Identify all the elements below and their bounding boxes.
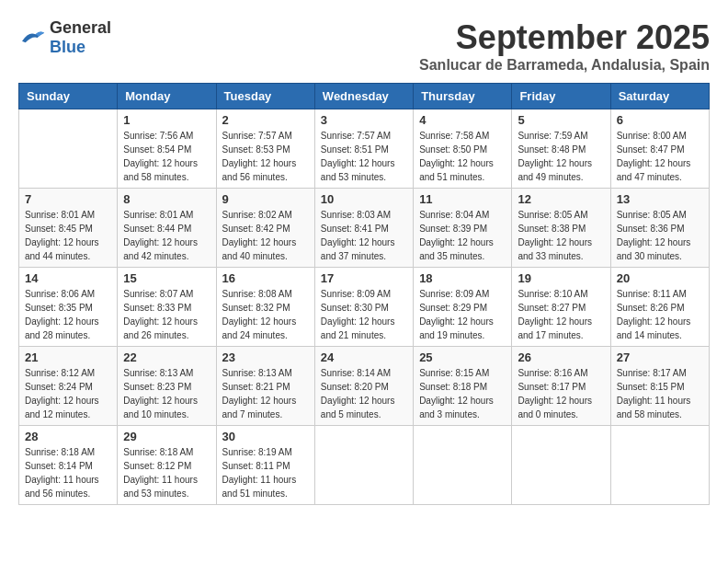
day-info: Sunrise: 7:59 AM Sunset: 8:48 PM Dayligh…: [518, 129, 604, 184]
day-number: 28: [25, 430, 111, 443]
day-number: 26: [518, 350, 604, 364]
calendar-cell: 26Sunrise: 8:16 AM Sunset: 8:17 PM Dayli…: [512, 347, 610, 426]
day-number: 21: [25, 350, 111, 364]
header-friday: Friday: [512, 84, 610, 109]
day-info: Sunrise: 8:13 AM Sunset: 8:23 PM Dayligh…: [123, 366, 210, 421]
calendar-cell: [414, 426, 512, 505]
day-number: 24: [321, 350, 407, 364]
day-info: Sunrise: 8:13 AM Sunset: 8:21 PM Dayligh…: [222, 366, 309, 421]
logo-blue: Blue: [50, 38, 85, 56]
logo-general: General: [50, 18, 111, 37]
calendar-cell: 29Sunrise: 8:18 AM Sunset: 8:12 PM Dayli…: [118, 426, 216, 505]
day-info: Sunrise: 7:57 AM Sunset: 8:53 PM Dayligh…: [222, 129, 309, 184]
logo-bird-icon: [18, 28, 46, 48]
day-number: 3: [321, 113, 407, 127]
day-info: Sunrise: 8:02 AM Sunset: 8:42 PM Dayligh…: [222, 208, 309, 263]
header-thursday: Thursday: [414, 84, 512, 109]
day-number: 19: [518, 271, 604, 285]
week-row-5: 28Sunrise: 8:18 AM Sunset: 8:14 PM Dayli…: [19, 426, 710, 505]
calendar-cell: 23Sunrise: 8:13 AM Sunset: 8:21 PM Dayli…: [216, 347, 314, 426]
calendar-cell: 19Sunrise: 8:10 AM Sunset: 8:27 PM Dayli…: [512, 268, 610, 347]
day-info: Sunrise: 8:05 AM Sunset: 8:36 PM Dayligh…: [617, 208, 703, 263]
day-number: 30: [222, 430, 309, 443]
day-info: Sunrise: 8:01 AM Sunset: 8:45 PM Dayligh…: [25, 208, 111, 263]
day-info: Sunrise: 8:08 AM Sunset: 8:32 PM Dayligh…: [222, 287, 309, 342]
day-info: Sunrise: 8:01 AM Sunset: 8:44 PM Dayligh…: [123, 208, 210, 263]
calendar-cell: 14Sunrise: 8:06 AM Sunset: 8:35 PM Dayli…: [19, 268, 118, 347]
day-info: Sunrise: 8:05 AM Sunset: 8:38 PM Dayligh…: [518, 208, 604, 263]
calendar-cell: 27Sunrise: 8:17 AM Sunset: 8:15 PM Dayli…: [610, 347, 709, 426]
week-row-3: 14Sunrise: 8:06 AM Sunset: 8:35 PM Dayli…: [19, 268, 710, 347]
header-tuesday: Tuesday: [216, 84, 314, 109]
header-wednesday: Wednesday: [314, 84, 413, 109]
calendar-cell: 1Sunrise: 7:56 AM Sunset: 8:54 PM Daylig…: [118, 109, 216, 189]
day-number: 5: [518, 113, 604, 127]
day-info: Sunrise: 8:14 AM Sunset: 8:20 PM Dayligh…: [321, 366, 407, 421]
day-info: Sunrise: 8:00 AM Sunset: 8:47 PM Dayligh…: [617, 129, 703, 184]
calendar-cell: 4Sunrise: 7:58 AM Sunset: 8:50 PM Daylig…: [414, 109, 512, 189]
calendar-cell: 20Sunrise: 8:11 AM Sunset: 8:26 PM Dayli…: [610, 268, 709, 347]
calendar-cell: 2Sunrise: 7:57 AM Sunset: 8:53 PM Daylig…: [216, 109, 314, 189]
day-number: 29: [123, 430, 210, 443]
week-row-2: 7Sunrise: 8:01 AM Sunset: 8:45 PM Daylig…: [19, 189, 710, 268]
calendar-cell: 9Sunrise: 8:02 AM Sunset: 8:42 PM Daylig…: [216, 189, 314, 268]
day-number: 7: [25, 192, 111, 206]
day-number: 27: [617, 350, 703, 364]
location-subtitle: Sanlucar de Barrameda, Andalusia, Spain: [419, 57, 710, 74]
day-number: 2: [222, 113, 309, 127]
calendar-cell: 16Sunrise: 8:08 AM Sunset: 8:32 PM Dayli…: [216, 268, 314, 347]
day-number: 9: [222, 192, 309, 206]
calendar-cell: 12Sunrise: 8:05 AM Sunset: 8:38 PM Dayli…: [512, 189, 610, 268]
calendar-cell: 15Sunrise: 8:07 AM Sunset: 8:33 PM Dayli…: [118, 268, 216, 347]
day-info: Sunrise: 8:06 AM Sunset: 8:35 PM Dayligh…: [25, 287, 111, 342]
day-info: Sunrise: 8:11 AM Sunset: 8:26 PM Dayligh…: [617, 287, 703, 342]
calendar-cell: 6Sunrise: 8:00 AM Sunset: 8:47 PM Daylig…: [610, 109, 709, 189]
day-number: 4: [419, 113, 506, 127]
day-number: 23: [222, 350, 309, 364]
month-title: September 2025: [419, 18, 710, 57]
day-number: 12: [518, 192, 604, 206]
day-info: Sunrise: 8:17 AM Sunset: 8:15 PM Dayligh…: [617, 366, 703, 421]
day-number: 18: [419, 271, 506, 285]
day-info: Sunrise: 8:10 AM Sunset: 8:27 PM Dayligh…: [518, 287, 604, 342]
calendar-cell: 25Sunrise: 8:15 AM Sunset: 8:18 PM Dayli…: [414, 347, 512, 426]
calendar-cell: 13Sunrise: 8:05 AM Sunset: 8:36 PM Dayli…: [610, 189, 709, 268]
day-info: Sunrise: 8:04 AM Sunset: 8:39 PM Dayligh…: [419, 208, 506, 263]
day-number: 6: [617, 113, 703, 127]
day-info: Sunrise: 8:09 AM Sunset: 8:30 PM Dayligh…: [321, 287, 407, 342]
calendar-cell: 11Sunrise: 8:04 AM Sunset: 8:39 PM Dayli…: [414, 189, 512, 268]
day-info: Sunrise: 8:18 AM Sunset: 8:12 PM Dayligh…: [123, 445, 210, 500]
day-info: Sunrise: 8:03 AM Sunset: 8:41 PM Dayligh…: [321, 208, 407, 263]
calendar-cell: 10Sunrise: 8:03 AM Sunset: 8:41 PM Dayli…: [314, 189, 413, 268]
day-info: Sunrise: 7:57 AM Sunset: 8:51 PM Dayligh…: [321, 129, 407, 184]
day-info: Sunrise: 8:15 AM Sunset: 8:18 PM Dayligh…: [419, 366, 506, 421]
title-section: September 2025 Sanlucar de Barrameda, An…: [419, 18, 710, 74]
calendar-cell: [512, 426, 610, 505]
day-info: Sunrise: 8:19 AM Sunset: 8:11 PM Dayligh…: [222, 445, 309, 500]
calendar-cell: 3Sunrise: 7:57 AM Sunset: 8:51 PM Daylig…: [314, 109, 413, 189]
day-number: 10: [321, 192, 407, 206]
day-number: 11: [419, 192, 506, 206]
calendar-cell: 18Sunrise: 8:09 AM Sunset: 8:29 PM Dayli…: [414, 268, 512, 347]
calendar-cell: 24Sunrise: 8:14 AM Sunset: 8:20 PM Dayli…: [314, 347, 413, 426]
day-number: 17: [321, 271, 407, 285]
header-saturday: Saturday: [610, 84, 709, 109]
day-number: 13: [617, 192, 703, 206]
day-number: 8: [123, 192, 210, 206]
calendar-cell: 5Sunrise: 7:59 AM Sunset: 8:48 PM Daylig…: [512, 109, 610, 189]
day-info: Sunrise: 8:09 AM Sunset: 8:29 PM Dayligh…: [419, 287, 506, 342]
header-sunday: Sunday: [19, 84, 118, 109]
day-number: 20: [617, 271, 703, 285]
day-number: 22: [123, 350, 210, 364]
day-number: 14: [25, 271, 111, 285]
day-number: 1: [123, 113, 210, 127]
day-number: 16: [222, 271, 309, 285]
calendar-cell: [610, 426, 709, 505]
calendar-cell: 22Sunrise: 8:13 AM Sunset: 8:23 PM Dayli…: [118, 347, 216, 426]
calendar-cell: 17Sunrise: 8:09 AM Sunset: 8:30 PM Dayli…: [314, 268, 413, 347]
calendar-cell: 30Sunrise: 8:19 AM Sunset: 8:11 PM Dayli…: [216, 426, 314, 505]
day-info: Sunrise: 8:07 AM Sunset: 8:33 PM Dayligh…: [123, 287, 210, 342]
header-monday: Monday: [118, 84, 216, 109]
day-info: Sunrise: 8:18 AM Sunset: 8:14 PM Dayligh…: [25, 445, 111, 500]
calendar-table: SundayMondayTuesdayWednesdayThursdayFrid…: [18, 83, 710, 505]
